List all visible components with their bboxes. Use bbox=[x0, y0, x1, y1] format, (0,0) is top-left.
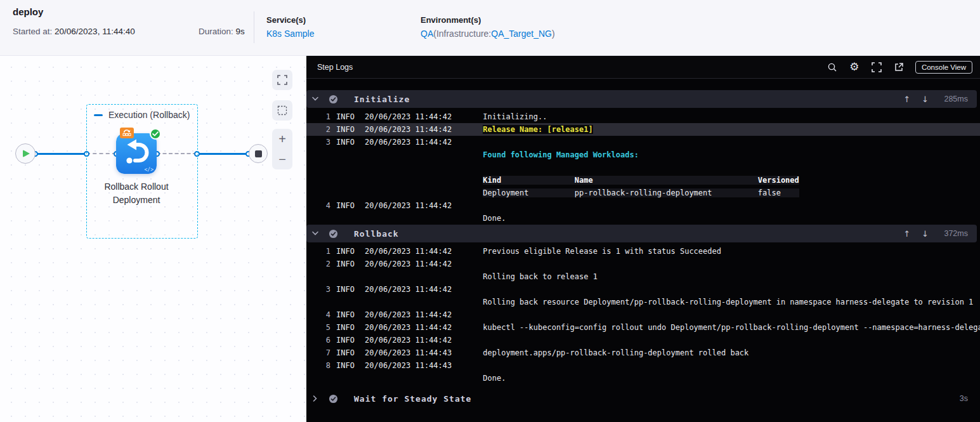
log-message bbox=[483, 308, 980, 321]
pipeline-canvas[interactable]: Execution (Rollback) bbox=[0, 56, 306, 422]
status-success-icon bbox=[329, 95, 338, 104]
scroll-to-bottom-icon[interactable]: ↓ bbox=[922, 229, 929, 239]
log-message-line: Release Name: [release1] bbox=[483, 123, 980, 136]
pipeline-run-title: deploy bbox=[13, 6, 43, 17]
log-line-number: 3 bbox=[306, 136, 330, 148]
execution-group-header[interactable]: Execution (Rollback) bbox=[94, 110, 190, 120]
chevron-down-icon[interactable] bbox=[311, 231, 319, 236]
log-message-line bbox=[483, 258, 980, 270]
section-header-initialize[interactable]: Initialize↑↓285ms bbox=[306, 90, 977, 108]
canvas-select-button[interactable] bbox=[272, 100, 292, 121]
log-text-segment: Found following Managed Workloads: bbox=[483, 150, 643, 159]
edge-start-to-group bbox=[36, 153, 86, 155]
canvas-zoom-controls: + − bbox=[272, 129, 292, 169]
log-message: Rolling back resource Deployment/pp-roll… bbox=[483, 283, 980, 308]
log-text-segment: Deployment pp-rollback-rolling-deploymen… bbox=[483, 188, 799, 197]
log-message-line: Rolling back to release 1 bbox=[483, 270, 980, 283]
header-divider bbox=[254, 11, 254, 43]
log-body: Initialize↑↓285ms1INFO20/06/2023 11:44:4… bbox=[306, 79, 980, 407]
pipeline-end-node[interactable] bbox=[249, 144, 268, 163]
section-header-wait-for-steady-state[interactable]: Wait for Steady State3s bbox=[306, 390, 977, 407]
log-line-number: 2 bbox=[306, 258, 330, 270]
section-duration: 372ms bbox=[940, 229, 968, 238]
log-text-segment: Release Name: [release1] bbox=[483, 125, 592, 134]
rollback-badge-icon bbox=[120, 128, 134, 138]
section-title: Wait for Steady State bbox=[354, 394, 471, 404]
log-row: 2INFO20/06/2023 11:44:42Release Name: [r… bbox=[306, 123, 980, 136]
log-section-initialize: Initialize↑↓285ms1INFO20/06/2023 11:44:4… bbox=[306, 90, 980, 225]
log-message-line: Previous eligible Release is 1 with stat… bbox=[483, 245, 980, 258]
stop-icon bbox=[255, 150, 262, 157]
log-text-segment: Previous eligible Release is 1 with stat… bbox=[483, 247, 721, 256]
log-text-segment: Rolling back to release 1 bbox=[483, 272, 598, 281]
services-column: Service(s) K8s Sample bbox=[266, 15, 314, 39]
chevron-down-icon[interactable] bbox=[311, 96, 319, 102]
log-message-line: Initializing.. bbox=[483, 110, 980, 123]
started-at-label: Started at: bbox=[13, 27, 52, 36]
log-line-number: 6 bbox=[306, 334, 330, 346]
log-message-line: Done. bbox=[483, 372, 980, 385]
log-timestamp: 20/06/2023 11:44:42 bbox=[365, 283, 452, 296]
play-icon bbox=[23, 150, 30, 157]
started-at: Started at: 20/06/2023, 11:44:40 bbox=[13, 27, 135, 36]
log-level: INFO bbox=[336, 136, 360, 148]
search-icon[interactable] bbox=[826, 62, 838, 73]
log-text-segment: Done. bbox=[483, 214, 506, 223]
rollback-step-node[interactable]: </> bbox=[116, 133, 157, 174]
log-text-segment: deployment.apps/pp-rollback-rolling-depl… bbox=[483, 348, 748, 357]
log-timestamp: 20/06/2023 11:44:42 bbox=[365, 321, 452, 334]
log-timestamp: 20/06/2023 11:44:43 bbox=[365, 346, 452, 359]
console-view-button[interactable]: Console View bbox=[915, 61, 972, 74]
duration-value: 9s bbox=[236, 27, 245, 36]
marquee-select-icon bbox=[277, 105, 287, 115]
log-line-number: 5 bbox=[306, 321, 330, 334]
log-message-line: Deployment pp-rollback-rolling-deploymen… bbox=[483, 187, 980, 199]
infrastructure-link[interactable]: QA_Target_NG bbox=[491, 29, 552, 39]
scroll-to-top-icon[interactable]: ↑ bbox=[903, 229, 910, 239]
log-timestamp: 20/06/2023 11:44:42 bbox=[365, 110, 452, 123]
service-link[interactable]: K8s Sample bbox=[266, 29, 314, 39]
log-message-line bbox=[483, 161, 980, 174]
log-line-number: 1 bbox=[306, 245, 330, 258]
expand-logs-icon[interactable] bbox=[871, 62, 882, 73]
open-in-new-icon[interactable] bbox=[893, 62, 905, 73]
section-header-right: 3s bbox=[940, 394, 968, 403]
log-message: Rolling back to release 1 bbox=[483, 258, 980, 283]
duration-label: Duration: bbox=[199, 27, 233, 36]
log-line-number: 4 bbox=[306, 308, 330, 321]
log-line-number: 1 bbox=[306, 110, 330, 123]
log-message-line: Rolling back resource Deployment/pp-roll… bbox=[483, 296, 980, 308]
environment-suffix: ) bbox=[552, 29, 555, 39]
log-line-number: 7 bbox=[306, 346, 330, 359]
step-success-icon bbox=[150, 128, 161, 140]
log-row: 2INFO20/06/2023 11:44:42Rolling back to … bbox=[306, 258, 980, 283]
section-header-rollback[interactable]: Rollback↑↓372ms bbox=[306, 225, 977, 242]
log-message: Initializing.. bbox=[483, 110, 980, 123]
log-timestamp: 20/06/2023 11:44:42 bbox=[365, 308, 452, 321]
log-message: Previous eligible Release is 1 with stat… bbox=[483, 245, 980, 258]
collapse-group-icon[interactable] bbox=[94, 114, 103, 116]
canvas-fullscreen-button[interactable] bbox=[272, 70, 292, 90]
environment-link[interactable]: QA bbox=[421, 29, 433, 39]
log-level: INFO bbox=[336, 258, 360, 270]
log-line-number: 3 bbox=[306, 283, 330, 296]
scroll-to-top-icon[interactable]: ↑ bbox=[903, 95, 910, 104]
started-at-value: 20/06/2023, 11:44:40 bbox=[55, 27, 135, 36]
log-text-segment: Rolling back resource Deployment/pp-roll… bbox=[483, 298, 973, 307]
log-level: INFO bbox=[336, 199, 360, 212]
zoom-out-button[interactable]: − bbox=[278, 153, 286, 166]
log-timestamp: 20/06/2023 11:44:42 bbox=[365, 245, 452, 258]
log-level: INFO bbox=[336, 283, 360, 296]
log-level: INFO bbox=[336, 308, 360, 321]
console-header: Step Logs ⚙ Console View bbox=[306, 56, 980, 79]
section-title: Rollback bbox=[354, 229, 399, 239]
log-message: Found following Managed Workloads: Kind … bbox=[483, 136, 980, 199]
settings-gear-icon[interactable]: ⚙ bbox=[849, 62, 860, 73]
chevron-right-icon[interactable] bbox=[311, 396, 319, 401]
pipeline-start-node[interactable] bbox=[15, 143, 36, 164]
scroll-to-bottom-icon[interactable]: ↓ bbox=[922, 95, 929, 104]
log-message-line bbox=[483, 283, 980, 296]
log-message-line: Done. bbox=[483, 212, 980, 225]
log-message bbox=[483, 334, 980, 346]
zoom-in-button[interactable]: + bbox=[278, 133, 286, 145]
